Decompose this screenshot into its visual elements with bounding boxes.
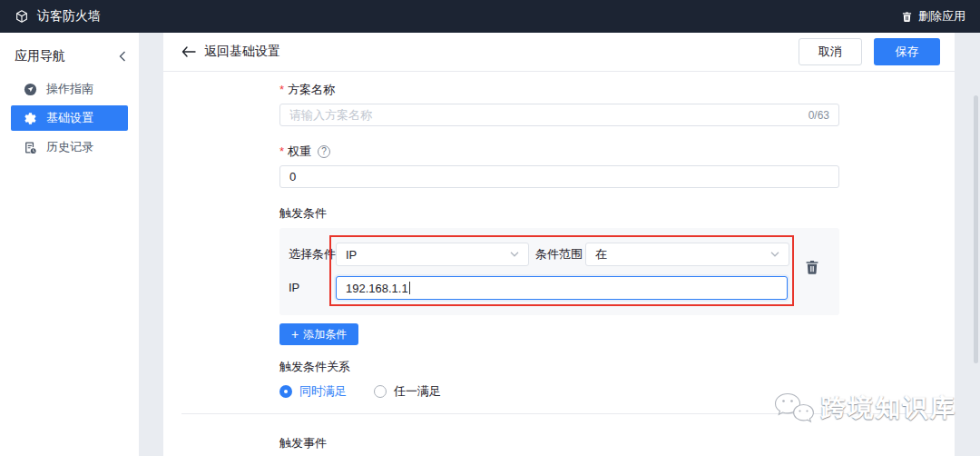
- ip-input[interactable]: 192.168.1.1: [336, 276, 788, 300]
- sidebar-item-label: 操作指南: [46, 81, 93, 97]
- sidebar: 应用导航 操作指南 基础设置 历史记录: [0, 33, 139, 456]
- gear-icon: [24, 112, 37, 125]
- sidebar-nav-title: 应用导航: [15, 48, 65, 64]
- sidebar-item-label: 基础设置: [46, 110, 93, 126]
- settings-form: 方案名称 0/63 权重 ? 触发条件 选择条件 IP 条件范围: [163, 83, 955, 400]
- delete-app-button[interactable]: 删除应用: [901, 8, 965, 25]
- condition-type-select[interactable]: IP: [336, 243, 529, 266]
- weight-input[interactable]: [289, 170, 829, 183]
- topbar: 访客防火墙 删除应用: [0, 0, 980, 33]
- relation-radio-group: 同时满足 任一满足: [279, 383, 955, 400]
- remove-condition-trash-icon[interactable]: [804, 259, 820, 275]
- ip-row-label: IP: [289, 276, 299, 300]
- weight-label-row: 权重 ?: [279, 144, 955, 159]
- trash-icon: [901, 11, 913, 23]
- condition-range-label: 条件范围: [535, 243, 583, 266]
- back-button[interactable]: 返回基础设置: [181, 44, 280, 60]
- content-header: 返回基础设置 取消 保存: [163, 33, 955, 72]
- question-circle-icon[interactable]: ?: [318, 145, 330, 158]
- delete-app-label: 删除应用: [918, 8, 965, 25]
- condition-type-value: IP: [346, 248, 357, 262]
- radio-option-any-match[interactable]: 任一满足: [374, 383, 441, 400]
- relation-label: 触发条件关系: [279, 360, 955, 374]
- chevron-down-icon: [770, 252, 779, 257]
- app-cube-icon: [15, 9, 29, 24]
- plus-icon: +: [291, 327, 299, 342]
- arrow-left-icon: [181, 46, 196, 57]
- condition-range-value: 在: [595, 246, 607, 263]
- sidebar-item-guide[interactable]: 操作指南: [11, 76, 128, 102]
- condition-range-select[interactable]: 在: [585, 243, 789, 266]
- radio-unselected-icon: [374, 385, 387, 398]
- sidebar-item-label: 历史记录: [46, 139, 93, 155]
- weight-label: 权重: [279, 144, 311, 159]
- add-condition-button[interactable]: + 添加条件: [279, 323, 358, 345]
- scrollbar-thumb[interactable]: [974, 95, 978, 363]
- back-label: 返回基础设置: [204, 44, 280, 60]
- radio-selected-icon: [279, 385, 292, 398]
- char-counter: 0/63: [808, 109, 829, 122]
- scheme-name-input[interactable]: [289, 108, 808, 122]
- text-cursor: [409, 282, 410, 294]
- weight-field-wrap: [279, 165, 839, 188]
- add-condition-label: 添加条件: [303, 327, 347, 342]
- cancel-button[interactable]: 取消: [799, 38, 862, 65]
- main-content: 返回基础设置 取消 保存 方案名称 0/63 权重 ? 触发条件 选择条件 IP: [163, 33, 955, 456]
- ip-value: 192.168.1.1: [346, 282, 408, 295]
- trigger-condition-label: 触发条件: [279, 206, 955, 221]
- sidebar-item-basic-settings[interactable]: 基础设置: [11, 105, 128, 131]
- app-title: 访客防火墙: [37, 8, 101, 25]
- radio-label: 同时满足: [299, 383, 347, 400]
- collapse-chevron-left-icon[interactable]: [119, 51, 126, 62]
- scheme-name-label: 方案名称: [279, 83, 955, 97]
- trigger-event-label: 触发事件: [279, 436, 955, 451]
- scheme-name-field-wrap: 0/63: [279, 104, 839, 126]
- chevron-down-icon: [510, 252, 519, 257]
- navigation-circle-icon: [24, 83, 37, 96]
- select-condition-label: 选择条件: [289, 243, 336, 266]
- history-doc-icon: [24, 141, 37, 154]
- save-button[interactable]: 保存: [874, 38, 940, 65]
- radio-label: 任一满足: [394, 383, 441, 400]
- radio-option-all-match[interactable]: 同时满足: [279, 383, 347, 400]
- sidebar-item-history[interactable]: 历史记录: [11, 134, 128, 160]
- section-divider: [181, 413, 936, 414]
- condition-group-box: 选择条件 IP 条件范围 在 IP 192.168.1.1: [279, 228, 839, 315]
